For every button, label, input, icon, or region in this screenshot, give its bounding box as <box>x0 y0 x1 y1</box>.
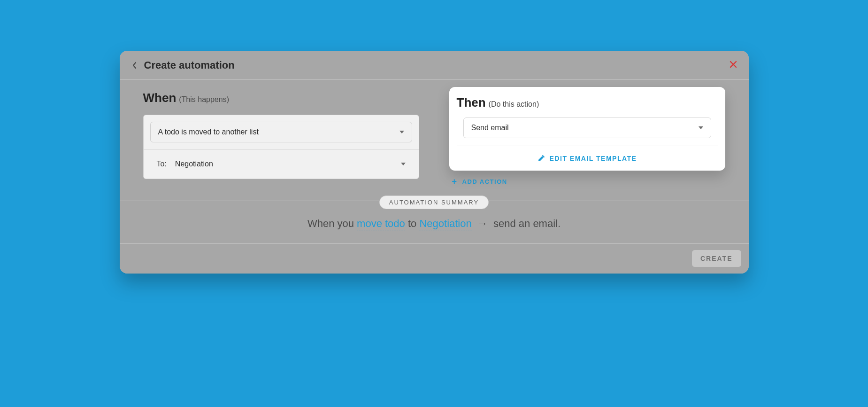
create-button[interactable]: CREATE <box>692 250 741 267</box>
then-title: Then <box>457 95 486 110</box>
pencil-icon <box>538 155 545 162</box>
caret-down-icon <box>699 126 703 129</box>
trigger-value: A todo is moved to another list <box>158 128 259 136</box>
to-label: To: <box>157 160 167 168</box>
edit-email-template-button[interactable]: EDIT EMAIL TEMPLATE <box>457 146 718 171</box>
when-panel: A todo is moved to another list To: Nego… <box>143 115 419 179</box>
action-value: Send email <box>471 124 509 132</box>
summary-prefix: When you <box>307 218 357 229</box>
then-title-row: Then (Do this action) <box>457 95 718 110</box>
then-column: Then (Do this action) Send email EDIT EM… <box>449 91 725 186</box>
summary-link-move[interactable]: move todo <box>357 218 405 230</box>
then-subtitle: (Do this action) <box>489 100 539 109</box>
action-dropdown[interactable]: Send email <box>464 118 711 138</box>
edit-label: EDIT EMAIL TEMPLATE <box>550 155 637 162</box>
close-button[interactable] <box>728 59 738 70</box>
summary-pill: AUTOMATION SUMMARY <box>379 196 489 209</box>
when-title-row: When (This happens) <box>143 91 419 105</box>
to-value: Negotiation <box>175 160 213 168</box>
back-button[interactable] <box>130 61 139 70</box>
caret-down-icon <box>401 163 406 165</box>
modal-body: When (This happens) A todo is moved to a… <box>120 79 749 201</box>
when-title: When <box>143 91 177 105</box>
modal-header: Create automation <box>120 51 749 79</box>
modal-footer: CREATE <box>120 243 749 274</box>
to-dropdown[interactable]: Negotiation <box>175 160 406 168</box>
when-subtitle: (This happens) <box>179 95 229 104</box>
arrow-icon: → <box>477 218 488 229</box>
plus-icon: + <box>452 177 458 186</box>
summary-area: AUTOMATION SUMMARY When you move todo to… <box>120 201 749 243</box>
summary-link-target[interactable]: Negotiation <box>419 218 471 230</box>
action-dropdown-wrap: Send email <box>463 117 711 138</box>
create-automation-modal: Create automation When (This happens) A … <box>120 51 749 274</box>
then-card: Then (Do this action) Send email EDIT EM… <box>449 87 725 171</box>
add-action-label: ADD ACTION <box>462 178 507 185</box>
trigger-dropdown[interactable]: A todo is moved to another list <box>150 122 412 142</box>
modal-title: Create automation <box>144 59 235 71</box>
summary-mid: to <box>408 218 419 229</box>
summary-text: When you move todo to Negotiation → send… <box>120 218 749 243</box>
add-action-button[interactable]: + ADD ACTION <box>449 177 725 186</box>
summary-suffix: send an email. <box>493 218 561 229</box>
when-column: When (This happens) A todo is moved to a… <box>143 91 419 186</box>
to-row: To: Negotiation <box>144 149 419 179</box>
caret-down-icon <box>399 131 404 133</box>
